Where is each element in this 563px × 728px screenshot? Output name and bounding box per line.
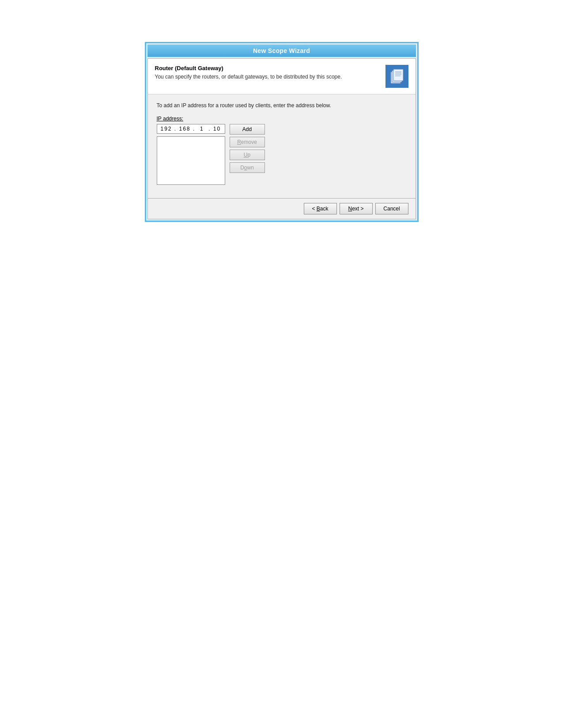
- dialog-content: Router (Default Gateway) You can specify…: [147, 58, 416, 219]
- ip-label-text: P address:: [158, 116, 183, 122]
- down-label: Down: [240, 165, 254, 171]
- ip-address-input[interactable]: 192 . 168 . 1 . 101: [157, 124, 225, 134]
- network-icon: [385, 65, 408, 88]
- svg-rect-2: [393, 69, 403, 81]
- up-button[interactable]: Up: [230, 150, 265, 160]
- ip-input-group: 192 . 168 . 1 . 101: [157, 124, 225, 185]
- header-title: Router (Default Gateway): [155, 65, 380, 71]
- footer-section: < Back Next > Cancel: [148, 199, 416, 219]
- down-button[interactable]: Down: [230, 162, 265, 173]
- dialog-window: New Scope Wizard Router (Default Gateway…: [145, 42, 419, 222]
- ip-list-box[interactable]: [157, 136, 225, 185]
- remove-button[interactable]: Remove: [230, 137, 265, 147]
- title-bar: New Scope Wizard: [147, 45, 416, 57]
- description-text: To add an IP address for a router used b…: [157, 102, 407, 109]
- network-pages-icon: [388, 68, 406, 85]
- header-text: Router (Default Gateway) You can specify…: [155, 65, 385, 81]
- up-label: Up: [244, 152, 250, 158]
- dialog-title: New Scope Wizard: [253, 47, 310, 54]
- next-button[interactable]: Next >: [340, 203, 373, 214]
- add-button[interactable]: Add: [230, 124, 265, 135]
- content-section: To add an IP address for a router used b…: [148, 94, 416, 198]
- header-subtitle: You can specify the routers, or default …: [155, 73, 380, 81]
- header-section: Router (Default Gateway) You can specify…: [148, 59, 416, 94]
- ip-address-label: IP address:: [157, 116, 407, 122]
- ip-row: 192 . 168 . 1 . 101 Add Remove Up Down: [157, 124, 407, 185]
- back-button[interactable]: < Back: [304, 203, 337, 214]
- cancel-button[interactable]: Cancel: [375, 203, 408, 214]
- remove-label: Remove: [237, 139, 257, 145]
- side-buttons: Add Remove Up Down: [230, 124, 265, 173]
